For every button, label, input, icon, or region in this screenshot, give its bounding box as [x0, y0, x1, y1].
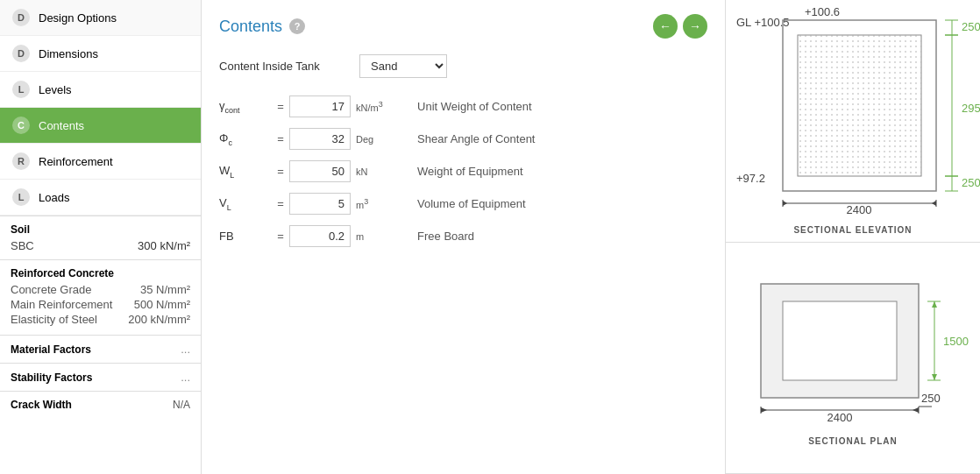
sidebar-item-dimensions[interactable]: D Dimensions: [0, 36, 201, 72]
main-title: Contents: [219, 18, 282, 36]
crack-width-value: N/A: [173, 399, 190, 411]
content-tank-row: Content Inside Tank SandWaterSiltCustom: [219, 54, 707, 78]
nav-container: D Design Options D Dimensions L Levels C…: [0, 0, 201, 216]
sectional-plan-section: 1500 2400 250 SECTIONAL PLAN: [726, 243, 980, 474]
svg-text:2400: 2400: [827, 411, 853, 424]
rc-row: Concrete Grade35 N/mm²: [11, 283, 190, 296]
next-button[interactable]: →: [683, 14, 707, 39]
svg-marker-36: [761, 407, 767, 413]
crack-width-row: Crack Width N/A: [0, 391, 201, 418]
prev-button[interactable]: ←: [653, 14, 678, 39]
nav-label-levels: Levels: [39, 83, 72, 96]
field-eq-weight-equipment: =: [272, 165, 289, 178]
fields-container: γcont = kN/m3 Unit Weight of Content Φc …: [219, 96, 707, 258]
rc-rows: Concrete Grade35 N/mm²Main Reinforcement…: [11, 283, 190, 326]
field-desc-volume-equipment: Volume of Equipment: [417, 197, 526, 210]
right-panel: GL +100.5 +100.6 250 2950 250: [726, 0, 980, 474]
field-unit-weight-equipment: kN: [356, 166, 400, 177]
rc-row-label: Main Reinforcement: [11, 298, 112, 311]
sidebar-item-reinforcement[interactable]: R Reinforcement: [0, 144, 201, 180]
sectional-elevation-section: GL +100.5 +100.6 250 2950 250: [726, 0, 980, 243]
stability-factors-dots: ...: [181, 371, 190, 384]
svg-marker-21: [932, 201, 936, 206]
field-unit-free-board: m: [356, 231, 400, 242]
nav-arrows: ← →: [653, 14, 707, 39]
svg-marker-37: [913, 407, 919, 413]
svg-text:2400: 2400: [847, 203, 872, 216]
rc-row: Main Reinforcement500 N/mm²: [11, 298, 190, 311]
rc-row-value: 35 N/mm²: [140, 283, 190, 296]
svg-marker-31: [932, 374, 937, 380]
stability-factors-row[interactable]: Stability Factors ...: [0, 363, 201, 391]
title-row: Contents ?: [219, 18, 305, 36]
svg-marker-20: [783, 201, 787, 206]
rc-title: Reinforced Concrete: [11, 267, 190, 279]
sbc-value: 300 kN/m²: [138, 239, 190, 252]
crack-width-label: Crack Width: [11, 399, 72, 411]
field-eq-shear-angle: =: [272, 132, 289, 145]
reinforced-concrete-panel: Reinforced Concrete Concrete Grade35 N/m…: [0, 259, 201, 335]
nav-letter-design-options: D: [12, 9, 30, 26]
sidebar-item-design-options[interactable]: D Design Options: [0, 0, 201, 36]
tank-select[interactable]: SandWaterSiltCustom: [359, 54, 447, 78]
svg-rect-26: [783, 301, 897, 380]
help-icon[interactable]: ?: [289, 18, 305, 34]
field-row-shear-angle: Φc = Deg Shear Angle of Content: [219, 128, 707, 150]
field-sym-container-weight-equipment: WL: [219, 164, 272, 180]
field-input-volume-equipment[interactable]: [289, 193, 351, 215]
svg-text:+100.6: +100.6: [805, 5, 840, 18]
field-eq-unit-weight: =: [272, 100, 289, 113]
field-row-weight-equipment: WL = kN Weight of Equipment: [219, 160, 707, 182]
field-input-shear-angle[interactable]: [289, 128, 351, 150]
content-tank-label: Content Inside Tank: [219, 60, 359, 73]
nav-letter-levels: L: [12, 81, 30, 98]
rc-row-value: 500 N/mm²: [134, 298, 190, 311]
field-desc-unit-weight: Unit Weight of Content: [417, 100, 532, 113]
field-input-weight-equipment[interactable]: [289, 160, 351, 182]
field-input-free-board[interactable]: [289, 225, 351, 247]
sidebar-item-loads[interactable]: L Loads: [0, 180, 201, 216]
svg-marker-30: [932, 301, 937, 308]
rc-row-label: Elasticity of Steel: [11, 313, 97, 326]
elevation-label: SECTIONAL ELEVATION: [793, 225, 912, 235]
field-symbol-shear-angle: Φc: [219, 131, 232, 145]
field-eq-volume-equipment: =: [272, 197, 289, 210]
material-factors-row[interactable]: Material Factors ...: [0, 335, 201, 363]
field-desc-free-board: Free Board: [417, 230, 474, 243]
sidebar: D Design Options D Dimensions L Levels C…: [0, 0, 202, 474]
svg-text:1500: 1500: [943, 335, 969, 348]
soil-title: Soil: [11, 223, 190, 236]
nav-letter-loads: L: [12, 188, 30, 206]
main-content: Contents ? ← → Content Inside Tank SandW…: [202, 0, 726, 474]
svg-text:2950: 2950: [962, 102, 980, 115]
sbc-label: SBC: [11, 239, 34, 252]
elevation-svg: GL +100.5 +100.6 250 2950 250: [735, 7, 971, 222]
svg-text:+97.2: +97.2: [736, 172, 765, 185]
soil-panel: Soil SBC 300 kN/m²: [0, 216, 201, 259]
field-eq-free-board: =: [272, 230, 289, 243]
field-unit-unit-weight: kN/m3: [356, 100, 400, 113]
field-unit-shear-angle: Deg: [356, 134, 400, 145]
svg-rect-4: [798, 35, 921, 176]
sidebar-item-contents[interactable]: C Contents: [0, 108, 201, 144]
content-header: Contents ? ← →: [219, 14, 707, 39]
nav-letter-dimensions: D: [12, 45, 30, 62]
nav-letter-reinforcement: R: [12, 152, 30, 170]
field-desc-shear-angle: Shear Angle of Content: [417, 132, 535, 145]
svg-text:250: 250: [921, 392, 941, 405]
field-symbol-volume-equipment: VL: [219, 196, 231, 209]
field-input-unit-weight[interactable]: [289, 96, 351, 117]
nav-label-dimensions: Dimensions: [39, 47, 98, 60]
rc-row-value: 200 kN/mm²: [128, 313, 190, 326]
field-symbol-weight-equipment: WL: [219, 164, 234, 177]
rc-row-label: Concrete Grade: [11, 283, 92, 296]
stability-factors-label: Stability Factors: [11, 371, 92, 384]
svg-text:250: 250: [962, 20, 980, 33]
field-sym-container-unit-weight: γcont: [219, 99, 272, 115]
svg-text:GL +100.5: GL +100.5: [736, 16, 790, 29]
field-unit-volume-equipment: m3: [356, 197, 400, 210]
sidebar-item-levels[interactable]: L Levels: [0, 72, 201, 108]
field-sym-container-free-board: FB: [219, 230, 272, 243]
nav-letter-contents: C: [12, 117, 30, 134]
nav-label-contents: Contents: [39, 119, 84, 132]
